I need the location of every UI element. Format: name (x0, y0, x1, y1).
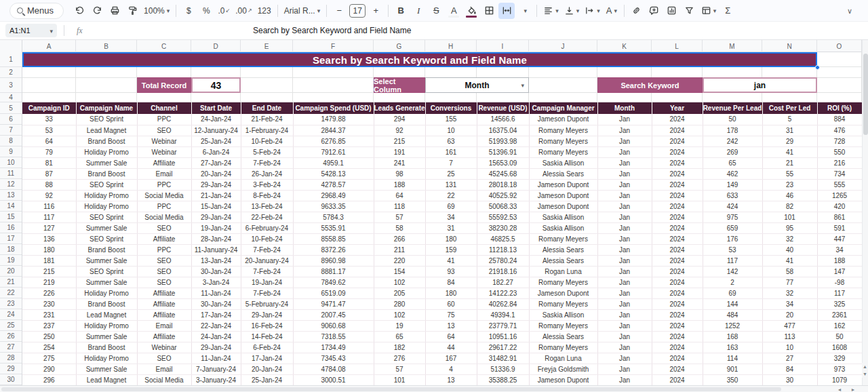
scroll-right-button[interactable]: ► (848, 386, 859, 392)
table-cell[interactable]: 5535.91 (293, 222, 374, 233)
row-header-26[interactable]: 26 (0, 331, 22, 342)
text-color-button[interactable]: A (446, 3, 462, 19)
table-cell[interactable]: 2024 (652, 136, 703, 146)
table-cell[interactable]: 6-February-24 (241, 222, 293, 233)
table-cell[interactable]: 1-February-24 (241, 125, 293, 136)
table-cell[interactable]: 31 (762, 125, 817, 136)
table-cell[interactable]: 117 (22, 212, 76, 222)
table-cell[interactable]: Romany Meyers (529, 320, 597, 331)
table-cell[interactable]: 7912.61 (293, 146, 374, 157)
row-header-27[interactable]: 27 (0, 342, 22, 353)
table-cell[interactable]: 215 (22, 266, 76, 277)
table-cell[interactable]: 2024 (652, 168, 703, 179)
table-cell[interactable]: 65 (703, 157, 762, 168)
table-cell[interactable]: 31482.91 (477, 353, 529, 364)
table-cell[interactable]: 23 (762, 179, 817, 190)
table-cell[interactable]: Romany Meyers (529, 277, 597, 288)
table-cell[interactable]: 8558.85 (293, 233, 374, 244)
table-cell[interactable]: 11-January-24 (191, 244, 241, 255)
table-header-cell[interactable]: Revenue (USD) (477, 102, 529, 114)
row-header-20[interactable]: 20 (0, 266, 22, 277)
table-cell[interactable]: 1079 (817, 374, 862, 385)
table-cell[interactable]: 975 (703, 212, 762, 222)
table-cell[interactable]: 254 (22, 342, 76, 353)
table-cell[interactable]: 77 (762, 277, 817, 288)
table-cell[interactable]: 29617.22 (477, 342, 529, 353)
table-cell[interactable]: 188 (817, 255, 862, 266)
table-cell[interactable]: 5-February-24 (241, 298, 293, 309)
table-cell[interactable]: 17-Jan-24 (241, 353, 293, 364)
table-cell[interactable]: 2024 (652, 309, 703, 320)
table-cell[interactable]: 2024 (652, 190, 703, 201)
table-cell[interactable]: 11-Jan-24 (191, 353, 241, 364)
table-cell[interactable]: Jan (597, 114, 652, 125)
vertical-scrollbar[interactable]: ▲ ▼ (862, 40, 868, 385)
table-cell[interactable]: 216 (817, 157, 862, 168)
table-cell[interactable]: 50068.33 (477, 201, 529, 212)
zoom-select[interactable]: 100% (142, 3, 172, 19)
table-cell[interactable]: 10 (762, 342, 817, 353)
table-cell[interactable]: Jan (597, 125, 652, 136)
table-cell[interactable]: Jameson Dupont (529, 114, 597, 125)
table-cell[interactable]: 26-Jan-24 (241, 168, 293, 179)
table-cell[interactable]: 84 (425, 277, 477, 288)
column-header-i[interactable]: I (477, 40, 529, 52)
table-cell[interactable]: 2024 (652, 255, 703, 266)
table-cell[interactable]: Brand Boost (76, 298, 137, 309)
column-header-j[interactable]: J (529, 40, 597, 52)
table-cell[interactable]: 191 (374, 146, 425, 157)
table-cell[interactable]: 2361 (817, 309, 862, 320)
table-cell[interactable]: 182.27 (477, 277, 529, 288)
table-cell[interactable]: 5-Feb-24 (241, 146, 293, 157)
table-cell[interactable]: 2024 (652, 320, 703, 331)
table-cell[interactable]: 168 (703, 331, 762, 342)
table-cell[interactable]: 131 (425, 179, 477, 190)
table-cell[interactable]: 1734.49 (293, 342, 374, 353)
table-cell[interactable]: Email (137, 364, 191, 374)
table-cell[interactable]: 591 (817, 222, 862, 233)
table-cell[interactable]: 901 (703, 364, 762, 374)
table-cell[interactable]: 58 (374, 222, 425, 233)
row-header-22[interactable]: 22 (0, 288, 22, 298)
table-cell[interactable]: 81 (22, 157, 76, 168)
row-header-23[interactable]: 23 (0, 298, 22, 309)
table-cell[interactable]: 23779.71 (477, 320, 529, 331)
table-cell[interactable]: 2024 (652, 114, 703, 125)
table-cell[interactable]: Email (137, 168, 191, 179)
table-cell[interactable]: Jan (597, 266, 652, 277)
table-cell[interactable]: 21918.16 (477, 266, 529, 277)
table-cell[interactable]: Brand Boost (76, 168, 137, 179)
table-cell[interactable]: Lead Magnet (76, 125, 137, 136)
table-cell[interactable]: 296 (22, 374, 76, 385)
table-cell[interactable]: 2024 (652, 179, 703, 190)
table-cell[interactable]: 22-Jan-24 (191, 320, 241, 331)
table-cell[interactable]: 734 (817, 168, 862, 179)
table-cell[interactable]: 242 (703, 136, 762, 146)
table-cell[interactable]: SEO (137, 277, 191, 288)
table-cell[interactable]: 155 (425, 114, 477, 125)
row-header-16[interactable]: 16 (0, 222, 22, 233)
table-cell[interactable]: Jan (597, 320, 652, 331)
table-cell[interactable]: Holiday Promo (76, 146, 137, 157)
bold-button[interactable]: B (393, 3, 409, 19)
table-cell[interactable]: Affiliate (137, 331, 191, 342)
horizontal-scrollbar[interactable]: ◄ ► (0, 385, 868, 392)
table-cell[interactable]: Lead Magnet (76, 309, 137, 320)
table-cell[interactable]: 34 (425, 212, 477, 222)
table-cell[interactable]: 2024 (652, 288, 703, 298)
table-cell[interactable]: 58 (762, 266, 817, 277)
row-header-19[interactable]: 19 (0, 255, 22, 266)
table-cell[interactable]: 92 (22, 190, 76, 201)
row-header-8[interactable]: 8 (0, 136, 22, 146)
table-cell[interactable]: Romany Meyers (529, 342, 597, 353)
table-cell[interactable]: Jan (597, 298, 652, 309)
table-header-cell[interactable]: Conversions (425, 102, 477, 114)
collapse-toolbar-button[interactable]: ∨ (842, 3, 858, 19)
table-cell[interactable]: 215 (374, 136, 425, 146)
table-cell[interactable]: 44 (425, 342, 477, 353)
table-cell[interactable]: 49394.1 (477, 309, 529, 320)
table-cell[interactable]: -98 (817, 277, 862, 288)
table-cell[interactable]: 14566.6 (477, 114, 529, 125)
increase-decimal-button[interactable]: .00↗ (233, 3, 254, 19)
table-cell[interactable]: 57 (374, 364, 425, 374)
